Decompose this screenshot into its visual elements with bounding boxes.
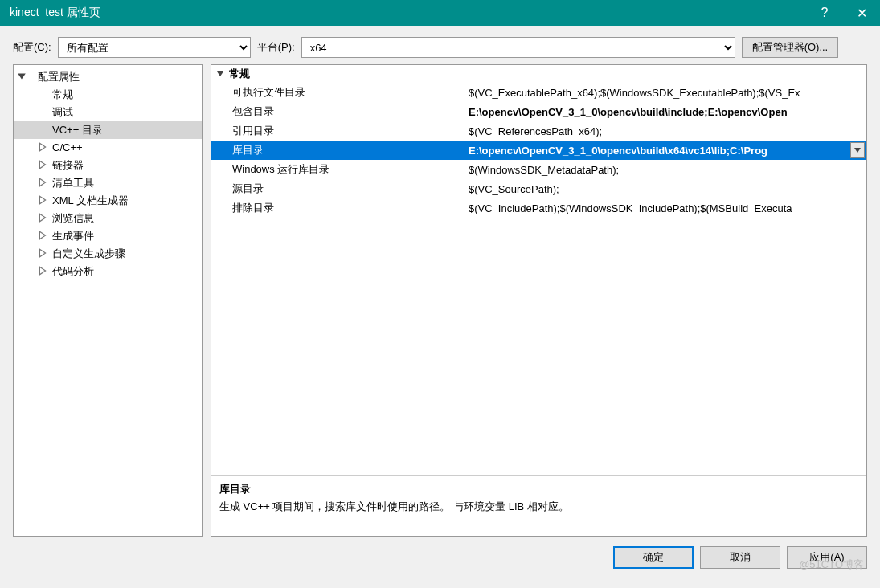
config-label: 配置(C): [13, 40, 51, 55]
tree-item-label: 自定义生成步骤 [52, 247, 125, 259]
chevron-down-icon [216, 70, 224, 78]
tree-item-label: XML 文档生成器 [52, 194, 129, 206]
config-toolbar: 配置(C): 所有配置 平台(P): x64 配置管理器(O)... [0, 26, 880, 64]
platform-label: 平台(P): [257, 40, 295, 55]
dialog-buttons: 确定 取消 应用(A) [0, 537, 880, 569]
caret-right-icon [38, 195, 47, 205]
tree-item[interactable]: 代码分析 [14, 263, 202, 280]
tree-item[interactable]: 自定义生成步骤 [14, 245, 202, 263]
property-row[interactable]: 包含目录E:\opencv\OpenCV_3_1_0\opencv\build\… [211, 102, 866, 121]
property-grid-panel: 常规 可执行文件目录$(VC_ExecutablePath_x64);$(Win… [211, 64, 867, 537]
property-row[interactable]: 库目录E:\opencv\OpenCV_3_1_0\opencv\build\x… [211, 141, 866, 160]
property-value[interactable]: $(VC_ReferencesPath_x64); [469, 125, 866, 137]
chevron-down-icon [854, 148, 861, 153]
description-title: 库目录 [219, 482, 858, 496]
property-value[interactable]: E:\opencv\OpenCV_3_1_0\opencv\build\x64\… [469, 145, 850, 157]
property-key: 排除目录 [211, 201, 469, 215]
tree-item-label: 链接器 [52, 159, 84, 171]
caret-right-icon [38, 160, 47, 169]
caret-right-icon [38, 213, 47, 223]
config-select[interactable]: 所有配置 [58, 37, 251, 58]
property-value[interactable]: $(VC_ExecutablePath_x64);$(WindowsSDK_Ex… [469, 87, 866, 99]
window-titlebar: kinect_test 属性页 ? ✕ [0, 0, 880, 26]
tree-item-label: 代码分析 [52, 265, 94, 277]
apply-button[interactable]: 应用(A) [787, 546, 867, 569]
close-button[interactable]: ✕ [843, 0, 880, 26]
property-value[interactable]: $(WindowsSDK_MetadataPath); [469, 164, 866, 176]
tree-item-label: C/C++ [52, 141, 83, 153]
caret-right-icon [38, 248, 47, 258]
caret-right-icon [38, 266, 47, 276]
property-row[interactable]: 可执行文件目录$(VC_ExecutablePath_x64);$(Window… [211, 83, 866, 102]
property-value[interactable]: E:\opencv\OpenCV_3_1_0\opencv\build\incl… [469, 106, 866, 118]
ok-button[interactable]: 确定 [613, 546, 694, 569]
tree-item[interactable]: VC++ 目录 [14, 121, 202, 139]
tree-item-label: 生成事件 [52, 230, 94, 242]
dropdown-button[interactable] [850, 142, 865, 158]
help-button[interactable]: ? [806, 0, 843, 26]
config-manager-button[interactable]: 配置管理器(O)... [742, 37, 839, 58]
property-key: Windows 运行库目录 [211, 162, 469, 177]
cancel-button[interactable]: 取消 [700, 546, 780, 569]
tree-item-label: 常规 [52, 88, 73, 100]
caret-right-icon [38, 231, 47, 240]
tree-item[interactable]: XML 文档生成器 [14, 192, 202, 210]
property-grid[interactable]: 常规 可执行文件目录$(VC_ExecutablePath_x64);$(Win… [211, 65, 866, 475]
caret-right-icon [38, 142, 47, 152]
description-text: 生成 VC++ 项目期间，搜索库文件时使用的路径。 与环境变量 LIB 相对应。 [219, 500, 858, 514]
property-group-header[interactable]: 常规 [211, 65, 866, 83]
tree-item[interactable]: 常规 [14, 86, 202, 104]
tree-item[interactable]: 浏览信息 [14, 210, 202, 227]
tree-item[interactable]: 链接器 [14, 157, 202, 174]
platform-select[interactable]: x64 [301, 37, 735, 58]
property-tree[interactable]: 配置属性 常规调试VC++ 目录C/C++链接器清单工具XML 文档生成器浏览信… [13, 64, 203, 537]
tree-item-label: 调试 [52, 106, 73, 118]
property-key: 包含目录 [211, 104, 469, 119]
description-panel: 库目录 生成 VC++ 项目期间，搜索库文件时使用的路径。 与环境变量 LIB … [211, 475, 866, 536]
tree-item-label: 清单工具 [52, 177, 94, 189]
tree-item-label: 浏览信息 [52, 212, 94, 224]
tree-item[interactable]: 调试 [14, 104, 202, 121]
property-row[interactable]: 引用目录$(VC_ReferencesPath_x64); [211, 121, 866, 141]
window-title: kinect_test 属性页 [10, 6, 806, 20]
tree-item[interactable]: 清单工具 [14, 174, 202, 192]
property-key: 源目录 [211, 182, 469, 196]
property-key: 引用目录 [211, 124, 469, 138]
property-row[interactable]: 源目录$(VC_SourcePath); [211, 179, 866, 198]
property-value[interactable]: $(VC_IncludePath);$(WindowsSDK_IncludePa… [469, 202, 866, 214]
tree-root[interactable]: 配置属性 [14, 68, 202, 86]
property-value[interactable]: $(VC_SourcePath); [469, 183, 866, 195]
caret-down-icon [17, 71, 27, 81]
property-row[interactable]: Windows 运行库目录$(WindowsSDK_MetadataPath); [211, 160, 866, 179]
property-row[interactable]: 排除目录$(VC_IncludePath);$(WindowsSDK_Inclu… [211, 198, 866, 218]
caret-right-icon [38, 178, 47, 187]
tree-item[interactable]: C/C++ [14, 139, 202, 157]
tree-item[interactable]: 生成事件 [14, 227, 202, 245]
property-key: 库目录 [211, 143, 469, 157]
property-key: 可执行文件目录 [211, 85, 469, 100]
tree-item-label: VC++ 目录 [52, 124, 103, 136]
